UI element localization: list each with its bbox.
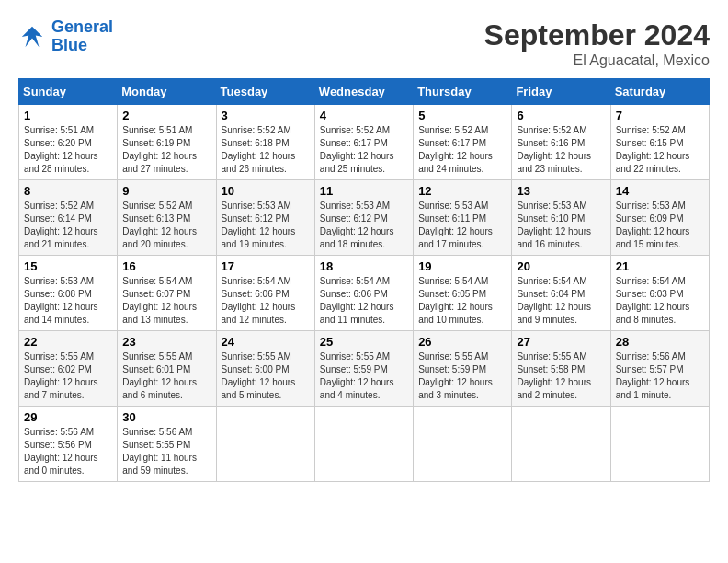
day-number: 2 — [122, 109, 210, 122]
empty-cell — [216, 407, 314, 482]
day-number: 12 — [418, 184, 506, 198]
day-info: Sunrise: 5:53 AM Sunset: 6:09 PM Dayligh… — [616, 200, 704, 251]
day-number: 6 — [517, 109, 605, 122]
header-wednesday: Wednesday — [314, 79, 413, 105]
day-cell-6: 6 Sunrise: 5:52 AM Sunset: 6:16 PM Dayli… — [512, 105, 610, 180]
header-tuesday: Tuesday — [216, 79, 314, 105]
day-cell-10: 10 Sunrise: 5:53 AM Sunset: 6:12 PM Dayl… — [216, 180, 314, 256]
calendar-row-1: 8 Sunrise: 5:52 AM Sunset: 6:14 PM Dayli… — [19, 180, 710, 256]
day-number: 30 — [122, 410, 210, 424]
day-number: 29 — [24, 410, 112, 424]
day-cell-28: 28 Sunrise: 5:56 AM Sunset: 5:57 PM Dayl… — [610, 331, 709, 407]
day-cell-21: 21 Sunrise: 5:54 AM Sunset: 6:03 PM Dayl… — [610, 256, 709, 331]
logo-bird-icon — [18, 23, 46, 51]
header-thursday: Thursday — [414, 79, 512, 105]
empty-cell — [610, 407, 709, 482]
day-cell-29: 29 Sunrise: 5:56 AM Sunset: 5:56 PM Dayl… — [19, 407, 118, 482]
day-cell-5: 5 Sunrise: 5:52 AM Sunset: 6:17 PM Dayli… — [414, 105, 512, 180]
day-number: 19 — [418, 259, 506, 273]
day-info: Sunrise: 5:52 AM Sunset: 6:17 PM Dayligh… — [418, 124, 506, 176]
day-number: 11 — [320, 184, 408, 198]
svg-marker-0 — [22, 27, 43, 48]
day-cell-22: 22 Sunrise: 5:55 AM Sunset: 6:02 PM Dayl… — [19, 331, 118, 407]
day-info: Sunrise: 5:54 AM Sunset: 6:03 PM Dayligh… — [616, 275, 704, 327]
day-number: 14 — [616, 184, 704, 198]
day-info: Sunrise: 5:55 AM Sunset: 5:58 PM Dayligh… — [517, 350, 605, 402]
day-info: Sunrise: 5:54 AM Sunset: 6:07 PM Dayligh… — [122, 275, 210, 327]
calendar-row-0: 1 Sunrise: 5:51 AM Sunset: 6:20 PM Dayli… — [19, 105, 710, 180]
day-cell-12: 12 Sunrise: 5:53 AM Sunset: 6:11 PM Dayl… — [414, 180, 512, 256]
day-cell-4: 4 Sunrise: 5:52 AM Sunset: 6:17 PM Dayli… — [314, 105, 413, 180]
day-number: 9 — [122, 184, 210, 198]
header-monday: Monday — [118, 79, 216, 105]
day-cell-13: 13 Sunrise: 5:53 AM Sunset: 6:10 PM Dayl… — [512, 180, 610, 256]
day-cell-7: 7 Sunrise: 5:52 AM Sunset: 6:15 PM Dayli… — [610, 105, 709, 180]
day-cell-19: 19 Sunrise: 5:54 AM Sunset: 6:05 PM Dayl… — [414, 256, 512, 331]
day-info: Sunrise: 5:52 AM Sunset: 6:17 PM Dayligh… — [320, 124, 408, 176]
day-cell-17: 17 Sunrise: 5:54 AM Sunset: 6:06 PM Dayl… — [216, 256, 314, 331]
day-number: 27 — [517, 335, 605, 349]
day-info: Sunrise: 5:52 AM Sunset: 6:15 PM Dayligh… — [616, 124, 704, 176]
calendar-row-2: 15 Sunrise: 5:53 AM Sunset: 6:08 PM Dayl… — [19, 256, 710, 331]
day-info: Sunrise: 5:54 AM Sunset: 6:06 PM Dayligh… — [222, 275, 310, 327]
logo: General Blue — [18, 18, 113, 55]
empty-cell — [512, 407, 610, 482]
day-number: 22 — [24, 335, 112, 349]
header-sunday: Sunday — [19, 79, 118, 105]
day-number: 24 — [222, 335, 310, 349]
logo-text: General Blue — [51, 18, 113, 55]
location-title: El Aguacatal, Mexico — [484, 52, 710, 69]
empty-cell — [314, 407, 413, 482]
day-cell-16: 16 Sunrise: 5:54 AM Sunset: 6:07 PM Dayl… — [118, 256, 216, 331]
title-block: September 2024 El Aguacatal, Mexico — [484, 18, 710, 69]
day-number: 28 — [616, 335, 704, 349]
day-number: 10 — [222, 184, 310, 198]
day-info: Sunrise: 5:53 AM Sunset: 6:12 PM Dayligh… — [320, 200, 408, 251]
empty-cell — [414, 407, 512, 482]
day-info: Sunrise: 5:51 AM Sunset: 6:19 PM Dayligh… — [122, 124, 210, 176]
day-info: Sunrise: 5:53 AM Sunset: 6:08 PM Dayligh… — [24, 275, 112, 327]
calendar-row-3: 22 Sunrise: 5:55 AM Sunset: 6:02 PM Dayl… — [19, 331, 710, 407]
day-cell-24: 24 Sunrise: 5:55 AM Sunset: 6:00 PM Dayl… — [216, 331, 314, 407]
day-number: 4 — [320, 109, 408, 122]
header-saturday: Saturday — [610, 79, 709, 105]
day-number: 1 — [24, 109, 112, 122]
day-cell-15: 15 Sunrise: 5:53 AM Sunset: 6:08 PM Dayl… — [19, 256, 118, 331]
day-info: Sunrise: 5:55 AM Sunset: 6:02 PM Dayligh… — [24, 350, 112, 402]
day-number: 3 — [222, 109, 310, 122]
day-number: 13 — [517, 184, 605, 198]
day-info: Sunrise: 5:56 AM Sunset: 5:57 PM Dayligh… — [616, 350, 704, 402]
calendar-table: Sunday Monday Tuesday Wednesday Thursday… — [18, 78, 710, 482]
day-cell-9: 9 Sunrise: 5:52 AM Sunset: 6:13 PM Dayli… — [118, 180, 216, 256]
logo-line1: General — [51, 17, 113, 36]
page-header: General Blue September 2024 El Aguacatal… — [18, 18, 710, 69]
day-info: Sunrise: 5:52 AM Sunset: 6:14 PM Dayligh… — [24, 200, 112, 251]
day-info: Sunrise: 5:55 AM Sunset: 6:00 PM Dayligh… — [222, 350, 310, 402]
header-friday: Friday — [512, 79, 610, 105]
day-info: Sunrise: 5:54 AM Sunset: 6:05 PM Dayligh… — [418, 275, 506, 327]
day-info: Sunrise: 5:52 AM Sunset: 6:18 PM Dayligh… — [222, 124, 310, 176]
day-number: 17 — [222, 259, 310, 273]
day-cell-26: 26 Sunrise: 5:55 AM Sunset: 5:59 PM Dayl… — [414, 331, 512, 407]
day-info: Sunrise: 5:52 AM Sunset: 6:13 PM Dayligh… — [122, 200, 210, 251]
day-info: Sunrise: 5:55 AM Sunset: 6:01 PM Dayligh… — [122, 350, 210, 402]
day-info: Sunrise: 5:55 AM Sunset: 5:59 PM Dayligh… — [418, 350, 506, 402]
day-number: 21 — [616, 259, 704, 273]
day-number: 8 — [24, 184, 112, 198]
day-info: Sunrise: 5:56 AM Sunset: 5:55 PM Dayligh… — [122, 426, 210, 477]
day-cell-2: 2 Sunrise: 5:51 AM Sunset: 6:19 PM Dayli… — [118, 105, 216, 180]
day-number: 15 — [24, 259, 112, 273]
day-info: Sunrise: 5:53 AM Sunset: 6:10 PM Dayligh… — [517, 200, 605, 251]
day-info: Sunrise: 5:52 AM Sunset: 6:16 PM Dayligh… — [517, 124, 605, 176]
month-title: September 2024 — [484, 18, 710, 52]
day-cell-1: 1 Sunrise: 5:51 AM Sunset: 6:20 PM Dayli… — [19, 105, 118, 180]
day-info: Sunrise: 5:54 AM Sunset: 6:04 PM Dayligh… — [517, 275, 605, 327]
day-number: 23 — [122, 335, 210, 349]
day-cell-11: 11 Sunrise: 5:53 AM Sunset: 6:12 PM Dayl… — [314, 180, 413, 256]
day-cell-14: 14 Sunrise: 5:53 AM Sunset: 6:09 PM Dayl… — [610, 180, 709, 256]
day-cell-27: 27 Sunrise: 5:55 AM Sunset: 5:58 PM Dayl… — [512, 331, 610, 407]
day-number: 25 — [320, 335, 408, 349]
day-cell-25: 25 Sunrise: 5:55 AM Sunset: 5:59 PM Dayl… — [314, 331, 413, 407]
day-info: Sunrise: 5:55 AM Sunset: 5:59 PM Dayligh… — [320, 350, 408, 402]
day-cell-23: 23 Sunrise: 5:55 AM Sunset: 6:01 PM Dayl… — [118, 331, 216, 407]
